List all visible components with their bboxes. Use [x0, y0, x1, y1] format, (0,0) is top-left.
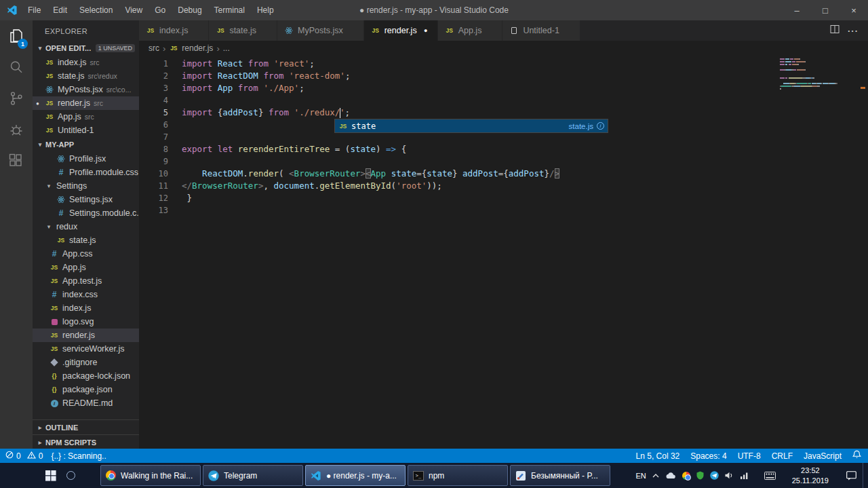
- code-text[interactable]: }: [168, 192, 192, 204]
- open-editor-render.js[interactable]: ●JSrender.jssrc: [33, 96, 139, 110]
- tab-render.js[interactable]: JSrender.js●: [364, 20, 438, 41]
- language-status-scanning[interactable]: {..} : Scanning..: [51, 451, 106, 461]
- file-README.md[interactable]: iREADME.md: [33, 396, 139, 410]
- code-text[interactable]: [168, 204, 182, 217]
- encoding[interactable]: UTF-8: [738, 451, 761, 461]
- speaker-icon[interactable]: [725, 472, 734, 479]
- breadcrumb-symbol[interactable]: ...: [223, 43, 230, 53]
- project-header[interactable]: ▾ MY-APP: [33, 137, 139, 152]
- open-editor-index.js[interactable]: JSindex.jssrc: [33, 56, 139, 69]
- telegram-tray-icon[interactable]: [710, 471, 719, 480]
- code-text[interactable]: [168, 94, 182, 107]
- overview-ruler[interactable]: [859, 56, 868, 449]
- tab-App.js[interactable]: JSApp.js: [438, 20, 503, 41]
- chrome-tray-icon[interactable]: [682, 472, 690, 480]
- open-editor-Untitled-1[interactable]: JSUntitled-1: [33, 124, 139, 137]
- file-Settings.module.c...[interactable]: #Settings.module.c...: [33, 206, 139, 220]
- language-indicator[interactable]: EN: [635, 472, 646, 480]
- section-npm-scripts[interactable]: ▸NPM SCRIPTS: [33, 434, 139, 449]
- menu-file[interactable]: File: [22, 0, 47, 20]
- activity-extensions[interactable]: [0, 147, 33, 178]
- split-editor-icon[interactable]: [830, 24, 840, 37]
- info-icon[interactable]: i: [597, 122, 604, 130]
- code-text[interactable]: export let rerenderEntireTree = (state) …: [168, 143, 406, 155]
- menu-terminal[interactable]: Terminal: [208, 0, 251, 20]
- taskbar-app-terminal[interactable]: >_npm: [408, 465, 508, 486]
- file-App.css[interactable]: #App.css: [33, 247, 139, 261]
- tab-MyPosts.jsx[interactable]: MyPosts.jsx: [277, 20, 364, 41]
- show-desktop-button[interactable]: [863, 463, 867, 488]
- tab-Untitled-1[interactable]: Untitled-1: [502, 20, 580, 41]
- menu-edit[interactable]: Edit: [47, 0, 73, 20]
- activity-search[interactable]: [0, 53, 33, 84]
- menu-debug[interactable]: Debug: [172, 0, 208, 20]
- tab-index.js[interactable]: JSindex.js: [139, 20, 209, 41]
- file-package.json[interactable]: {}package.json: [33, 383, 139, 396]
- section-outline[interactable]: ▸OUTLINE: [33, 419, 139, 434]
- file-logo.svg[interactable]: logo.svg: [33, 315, 139, 329]
- menu-go[interactable]: Go: [149, 0, 172, 20]
- file-index.css[interactable]: #index.css: [33, 288, 139, 301]
- file-state.js[interactable]: JSstate.js: [33, 233, 139, 247]
- menu-view[interactable]: View: [119, 0, 149, 20]
- open-editor-App.js[interactable]: JSApp.jssrc: [33, 110, 139, 124]
- tab-state.js[interactable]: JSstate.js: [209, 20, 277, 41]
- activity-source-control[interactable]: [0, 84, 33, 115]
- file-App.js[interactable]: JSApp.js: [33, 261, 139, 274]
- close-button[interactable]: ×: [840, 0, 868, 20]
- minimize-button[interactable]: –: [783, 0, 811, 20]
- code-text[interactable]: import ReactDOM from 'react-dom';: [168, 70, 350, 82]
- code-text[interactable]: [168, 131, 182, 143]
- activity-explorer[interactable]: 1: [0, 22, 33, 53]
- taskbar-app-chrome[interactable]: Walking in the Rai...: [100, 465, 201, 486]
- file-package-lock.json[interactable]: {}package-lock.json: [33, 369, 139, 383]
- maximize-button[interactable]: □: [811, 0, 840, 20]
- hidden-icons-chevron-icon[interactable]: [652, 473, 659, 478]
- network-icon[interactable]: [741, 472, 749, 479]
- start-button[interactable]: [43, 470, 58, 481]
- file-index.js[interactable]: JSindex.js: [33, 301, 139, 315]
- open-editors-header[interactable]: ▾ OPEN EDIT... 1 UNSAVED: [33, 41, 139, 56]
- language-mode[interactable]: JavaScript: [804, 451, 842, 461]
- code-text[interactable]: </BrowserRouter>, document.getElementByI…: [168, 180, 442, 192]
- clock[interactable]: 23:52 25.11.2019: [789, 466, 832, 485]
- action-center-icon[interactable]: [846, 471, 856, 481]
- indentation[interactable]: Spaces: 4: [690, 451, 726, 461]
- code-text[interactable]: ReactDOM.render( <BrowserRouter><App sta…: [168, 168, 559, 180]
- folder-redux[interactable]: ▾redux: [33, 220, 139, 233]
- code-text[interactable]: import React from 'react';: [168, 58, 315, 70]
- more-actions-icon[interactable]: ···: [848, 26, 859, 36]
- file-App.test.js[interactable]: JSApp.test.js: [33, 274, 139, 288]
- cursor-position[interactable]: Ln 5, Col 32: [636, 451, 680, 461]
- file-Settings.jsx[interactable]: Settings.jsx: [33, 193, 139, 206]
- folder-Settings[interactable]: ▾Settings: [33, 179, 139, 193]
- onedrive-cloud-icon[interactable]: [665, 472, 676, 479]
- open-editor-MyPosts.jsx[interactable]: MyPosts.jsxsrc\co...: [33, 83, 139, 96]
- code-text[interactable]: [168, 155, 182, 168]
- open-editor-state.js[interactable]: JSstate.jssrc\redux: [33, 69, 139, 83]
- file-.gitignore[interactable]: .gitignore: [33, 356, 139, 369]
- breadcrumb-file[interactable]: render.js: [182, 43, 213, 53]
- file-serviceWorker.js[interactable]: JSserviceWorker.js: [33, 342, 139, 356]
- code-text[interactable]: [168, 119, 182, 131]
- menu-help[interactable]: Help: [251, 0, 280, 20]
- taskbar-app-paint[interactable]: Безымянный - P...: [510, 465, 610, 486]
- problems-indicator[interactable]: 0 0: [5, 451, 43, 461]
- file-Profile.module.css[interactable]: #Profile.module.css: [33, 166, 139, 179]
- suggestion-item[interactable]: JS state state.js i: [335, 119, 608, 132]
- line-ending[interactable]: CRLF: [772, 451, 793, 461]
- code-text[interactable]: import App from './App';: [168, 82, 304, 94]
- breadcrumb-folder[interactable]: src: [149, 43, 159, 53]
- taskbar-app-vscode[interactable]: ● render.js - my-a...: [305, 465, 406, 486]
- security-shield-icon[interactable]: [696, 471, 704, 480]
- taskbar-app-telegram[interactable]: Telegram: [203, 465, 303, 486]
- bell-icon[interactable]: [852, 450, 861, 462]
- code-text[interactable]: import {addPost} from './redux/';: [168, 107, 350, 119]
- code-area[interactable]: 1import React from 'react';2import React…: [139, 56, 868, 449]
- touch-keyboard-icon[interactable]: [764, 472, 776, 480]
- menu-selection[interactable]: Selection: [73, 0, 119, 20]
- cortana-icon[interactable]: [58, 471, 83, 480]
- minimap[interactable]: [780, 58, 845, 94]
- file-render.js[interactable]: JSrender.js: [33, 329, 139, 342]
- activity-debug[interactable]: [0, 115, 33, 147]
